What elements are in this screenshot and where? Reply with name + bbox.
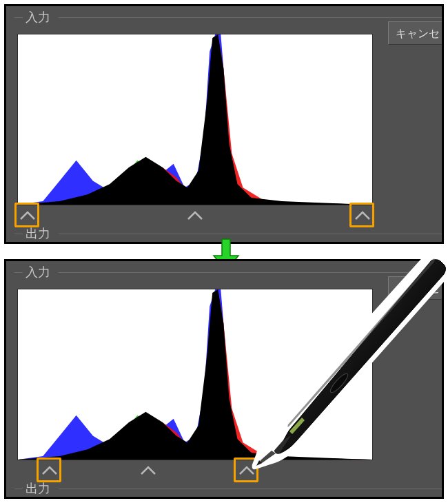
cancel-button[interactable]: キャンセ [388,21,442,45]
input-section-label: 入力 [26,9,50,25]
divider [59,272,442,273]
input-slider-track[interactable] [17,461,373,480]
input-section-label: 入力 [26,264,50,280]
divider [59,17,442,18]
histogram-svg [18,34,372,205]
input-slider-track[interactable] [17,206,373,225]
histogram-display [17,34,373,205]
levels-panel-before: 入力 キャンセ 出力 [4,4,444,244]
highlight-slider-handle[interactable] [352,207,373,225]
cancel-button[interactable]: キャンセ [388,276,442,300]
midtone-slider-handle[interactable] [185,207,205,225]
midtone-slider-handle[interactable] [138,462,159,480]
shadow-slider-handle[interactable] [17,207,38,225]
histogram-svg [18,289,372,460]
histogram-display [17,289,373,460]
divider [14,272,23,273]
divider [59,234,442,234]
divider [59,489,442,489]
output-section-label: 出力 [26,480,50,497]
shadow-slider-handle[interactable] [39,462,60,480]
levels-panel-after: 入力 キャンセ 出力 [4,259,444,499]
divider [14,17,23,18]
divider [14,234,23,234]
divider [14,489,23,489]
output-section-label: 出力 [26,225,50,242]
highlight-slider-handle[interactable] [236,462,257,480]
